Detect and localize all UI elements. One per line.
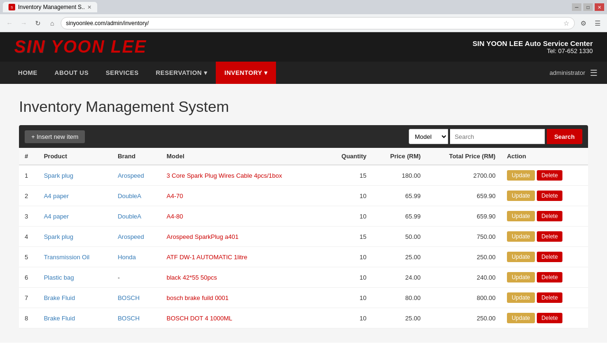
delete-button-4[interactable]: Delete: [537, 231, 563, 242]
cell-id-1: 1: [19, 165, 38, 186]
menu-icon[interactable]: ☰: [592, 18, 603, 29]
update-button-1[interactable]: Update: [507, 170, 535, 181]
col-header-action: Action: [501, 148, 588, 165]
delete-button-3[interactable]: Delete: [537, 211, 563, 221]
cell-id-5: 5: [19, 247, 38, 267]
cell-product-2[interactable]: A4 paper: [38, 186, 112, 206]
insert-new-item-button[interactable]: + Insert new item: [25, 130, 85, 143]
close-icon[interactable]: ✕: [595, 3, 604, 11]
nav-home[interactable]: HOME: [9, 62, 46, 84]
reload-button[interactable]: ↻: [32, 18, 44, 29]
cell-price-7: 80.00: [372, 288, 426, 308]
browser-tab[interactable]: S Inventory Management S... ✕: [3, 2, 97, 12]
forward-button[interactable]: →: [18, 18, 29, 29]
table-row: 2 A4 paper DoubleA A4-70 10 65.99 659.90…: [19, 186, 588, 206]
cell-price-3: 65.99: [372, 206, 426, 227]
update-button-6[interactable]: Update: [507, 272, 535, 282]
cell-total-5: 250.00: [426, 247, 501, 267]
delete-button-2[interactable]: Delete: [537, 191, 563, 201]
cell-model-1[interactable]: 3 Core Spark Plug Wires Cable 4pcs/1box: [161, 165, 325, 186]
delete-button-8[interactable]: Delete: [537, 313, 563, 323]
delete-button-1[interactable]: Delete: [537, 170, 563, 181]
col-header-brand: Brand: [112, 148, 161, 165]
cell-total-1: 2700.00: [426, 165, 501, 186]
cell-action-5: Update Delete: [501, 247, 588, 267]
site-logo: SIN YOON LEE: [14, 37, 147, 57]
cell-price-4: 50.00: [372, 227, 426, 247]
cell-id-7: 7: [19, 288, 38, 308]
col-header-product: Product: [38, 148, 112, 165]
col-header-total: Total Price (RM): [426, 148, 501, 165]
update-button-2[interactable]: Update: [507, 191, 535, 201]
cell-brand-7: BOSCH: [112, 288, 161, 308]
cell-id-3: 3: [19, 206, 38, 227]
extensions-icon[interactable]: ⚙: [578, 18, 589, 29]
site-contact: SIN YOON LEE Auto Service Center Tel: 07…: [473, 39, 593, 55]
cell-model-2[interactable]: A4-70: [161, 186, 325, 206]
cell-product-3[interactable]: A4 paper: [38, 206, 112, 227]
cell-brand-1: Arospeed: [112, 165, 161, 186]
tab-favicon: S: [9, 4, 15, 10]
minimize-icon[interactable]: ─: [572, 3, 581, 11]
col-header-price: Price (RM): [372, 148, 426, 165]
cell-product-7[interactable]: Brake Fluid: [38, 288, 112, 308]
delete-button-5[interactable]: Delete: [537, 252, 563, 262]
nav-about[interactable]: ABOUT US: [46, 62, 97, 84]
cell-product-5[interactable]: Transmission Oil: [38, 247, 112, 267]
update-button-7[interactable]: Update: [507, 292, 535, 303]
cell-quantity-6: 10: [325, 267, 372, 288]
update-button-4[interactable]: Update: [507, 231, 535, 242]
company-name: SIN YOON LEE Auto Service Center: [473, 39, 593, 47]
address-bar[interactable]: sinyoonlee.com/admin/inventory/ ☆: [61, 17, 575, 29]
home-button[interactable]: ⌂: [46, 18, 58, 29]
nav-inventory[interactable]: INVENTORY ▾: [216, 62, 276, 84]
update-button-8[interactable]: Update: [507, 313, 535, 323]
table-row: 1 Spark plug Arospeed 3 Core Spark Plug …: [19, 165, 588, 186]
cell-product-8[interactable]: Brake Fluid: [38, 308, 112, 328]
table-row: 7 Brake Fluid BOSCH bosch brake fuild 00…: [19, 288, 588, 308]
search-filter-select[interactable]: Model Product Brand: [409, 129, 448, 144]
nav-reservation[interactable]: RESERVATION ▾: [147, 62, 216, 84]
browser-toolbar: ← → ↻ ⌂ sinyoonlee.com/admin/inventory/ …: [0, 14, 607, 32]
table-row: 3 A4 paper DoubleA A4-80 10 65.99 659.90…: [19, 206, 588, 227]
update-button-5[interactable]: Update: [507, 252, 535, 262]
cell-price-8: 25.00: [372, 308, 426, 328]
search-button[interactable]: Search: [547, 129, 582, 144]
cell-product-1[interactable]: Spark plug: [38, 165, 112, 186]
cell-total-8: 250.00: [426, 308, 501, 328]
table-header: # Product Brand Model Quantity Price (RM…: [19, 148, 588, 165]
cell-brand-8: BOSCH: [112, 308, 161, 328]
nav-services[interactable]: SERVICES: [97, 62, 147, 84]
cell-model-4[interactable]: Arospeed SparkPlug a401: [161, 227, 325, 247]
tab-close-icon[interactable]: ✕: [87, 4, 92, 10]
cell-product-6[interactable]: Plastic bag: [38, 267, 112, 288]
table-row: 8 Brake Fluid BOSCH BOSCH DOT 4 1000ML 1…: [19, 308, 588, 328]
delete-button-7[interactable]: Delete: [537, 292, 563, 303]
back-button[interactable]: ←: [4, 18, 15, 29]
cell-quantity-2: 10: [325, 186, 372, 206]
browser-chrome: S Inventory Management S... ✕ ─ □ ✕ ← → …: [0, 0, 607, 32]
cell-product-4[interactable]: Spark plug: [38, 227, 112, 247]
table-row: 5 Transmission Oil Honda ATF DW-1 AUTOMA…: [19, 247, 588, 267]
maximize-icon[interactable]: □: [583, 3, 593, 11]
browser-titlebar: S Inventory Management S... ✕ ─ □ ✕: [0, 0, 607, 14]
cell-brand-5: Honda: [112, 247, 161, 267]
cell-model-6[interactable]: black 42*55 50pcs: [161, 267, 325, 288]
cell-model-5[interactable]: ATF DW-1 AUTOMATIC 1litre: [161, 247, 325, 267]
cell-model-7[interactable]: bosch brake fuild 0001: [161, 288, 325, 308]
cell-quantity-7: 10: [325, 288, 372, 308]
update-button-3[interactable]: Update: [507, 211, 535, 221]
cell-brand-3: DoubleA: [112, 206, 161, 227]
cell-model-8[interactable]: BOSCH DOT 4 1000ML: [161, 308, 325, 328]
search-input[interactable]: [450, 129, 545, 144]
nav-menu-icon[interactable]: ☰: [590, 68, 598, 78]
nav-user: administrator: [550, 69, 585, 76]
delete-button-6[interactable]: Delete: [537, 272, 563, 282]
page-title: Inventory Management System: [19, 98, 588, 116]
bookmark-icon[interactable]: ☆: [563, 19, 570, 27]
cell-action-8: Update Delete: [501, 308, 588, 328]
cell-brand-4: Arospeed: [112, 227, 161, 247]
site-header: SIN YOON LEE SIN YOON LEE Auto Service C…: [0, 32, 607, 62]
cell-model-3[interactable]: A4-80: [161, 206, 325, 227]
cell-price-1: 180.00: [372, 165, 426, 186]
